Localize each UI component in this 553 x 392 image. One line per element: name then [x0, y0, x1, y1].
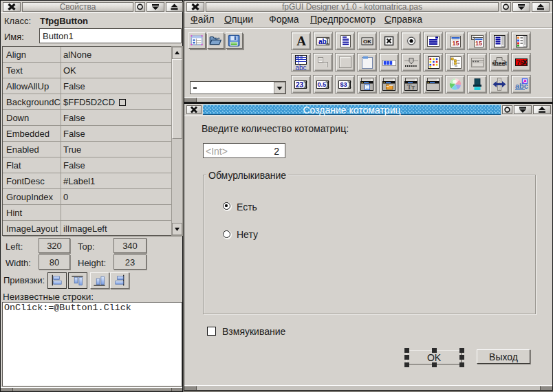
svg-text:abc: abc — [295, 64, 306, 71]
svg-text:$3: $3 — [340, 81, 347, 88]
svg-text:15: 15 — [475, 40, 481, 47]
svg-text:15: 15 — [452, 40, 459, 47]
svg-text:ab: ab — [318, 38, 327, 45]
svg-text:OK: OK — [363, 39, 371, 45]
svg-text:sheet: sheet — [491, 60, 506, 67]
svg-text:Tт: Tт — [406, 83, 415, 91]
svg-text:A: A — [296, 34, 306, 48]
svg-text:0.5: 0.5 — [317, 81, 326, 88]
svg-text:75: 75 — [516, 59, 523, 66]
svg-text:23: 23 — [296, 81, 304, 89]
